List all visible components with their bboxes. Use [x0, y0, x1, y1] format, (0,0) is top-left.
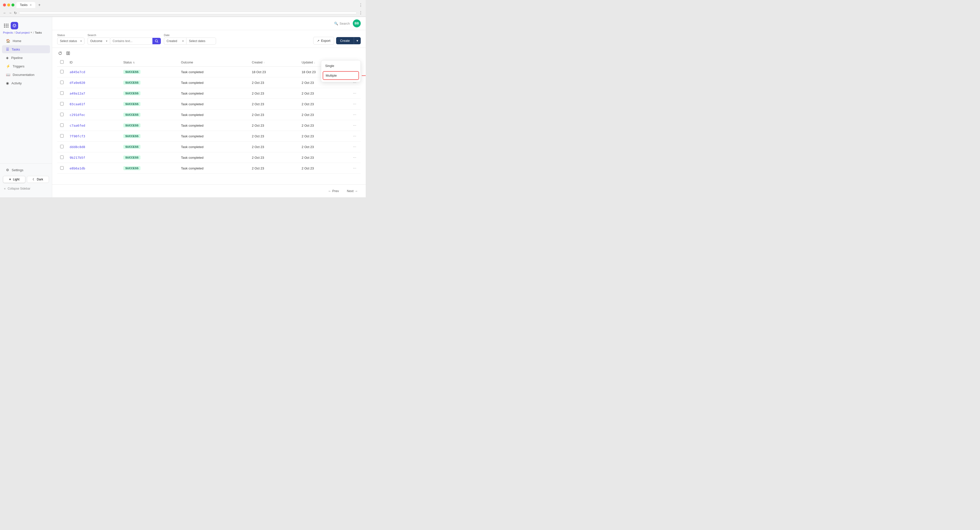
browser-menu-button[interactable]: ⋮ — [359, 3, 363, 8]
row-checkbox-6[interactable] — [60, 134, 64, 137]
browser-tab[interactable]: Tasks ✕ — [16, 2, 35, 8]
task-id-link-9[interactable]: e8b6a1db — [70, 166, 85, 170]
row-outcome-6: Task completed — [178, 131, 249, 142]
row-checkbox-2[interactable] — [60, 91, 64, 95]
dark-theme-button[interactable]: ☾ Dark — [27, 176, 49, 183]
collapse-sidebar-button[interactable]: « Collapse Sidebar — [0, 185, 52, 192]
status-select[interactable]: Select status ▾ — [57, 38, 84, 45]
status-badge-7: SUCCESS — [123, 145, 140, 149]
light-theme-button[interactable]: ☀ Light — [3, 176, 25, 183]
logo-icon — [11, 22, 18, 29]
row-more-button-4[interactable]: ··· — [352, 112, 358, 117]
date-range-select[interactable]: Select dates — [186, 38, 216, 45]
create-button[interactable]: Create — [336, 37, 354, 44]
row-more-button-5[interactable]: ··· — [352, 123, 358, 128]
dropdown-item-single[interactable]: Single — [321, 61, 361, 70]
close-btn[interactable] — [3, 3, 6, 6]
row-checkbox-8[interactable] — [60, 155, 64, 159]
reload-button[interactable]: ↻ — [14, 11, 17, 15]
row-checkbox-9[interactable] — [60, 166, 64, 170]
search-button[interactable]: 🔍 Search — [334, 22, 350, 26]
task-id-link-5[interactable]: c7aa6fed — [70, 124, 85, 128]
row-checkbox-5[interactable] — [60, 123, 64, 127]
row-status-3: SUCCESS — [120, 99, 178, 110]
export-button[interactable]: ↗ Export — [313, 37, 334, 45]
date-type-select[interactable]: Created ▾ — [164, 38, 186, 45]
sort-icon: ⇅ — [133, 61, 135, 64]
refresh-icon — [58, 51, 62, 55]
create-dropdown-button[interactable]: ▾ — [354, 37, 361, 44]
search-submit-button[interactable] — [153, 38, 161, 44]
row-checkbox-4[interactable] — [60, 113, 64, 116]
breadcrumb-project[interactable]: Dud project — [16, 31, 30, 34]
status-badge-1: SUCCESS — [123, 81, 140, 85]
table-toolbar — [57, 48, 361, 58]
task-id-link-0[interactable]: a845e7cd — [70, 70, 85, 74]
search-input[interactable] — [110, 38, 153, 45]
row-more-button-8[interactable]: ··· — [352, 155, 358, 160]
task-id-link-3[interactable]: 03caa61f — [70, 102, 85, 106]
browser-options-button[interactable]: ⋮ — [359, 10, 363, 15]
row-outcome-5: Task completed — [178, 120, 249, 131]
triggers-icon: ⚡ — [6, 64, 10, 68]
sidebar-item-tasks[interactable]: ☰ Tasks — [2, 45, 50, 53]
sidebar-item-label: Pipeline — [11, 56, 22, 60]
breadcrumb-projects[interactable]: Projects — [3, 31, 13, 34]
col-created[interactable]: Created↑ — [249, 58, 299, 67]
task-id-link-8[interactable]: 9b217b5f — [70, 156, 85, 160]
row-updated-8: 2 Oct 23 — [299, 152, 348, 163]
row-outcome-0: Task completed — [178, 67, 249, 77]
col-status[interactable]: Status⇅ — [120, 58, 178, 67]
columns-icon — [66, 51, 70, 55]
row-outcome-7: Task completed — [178, 142, 249, 152]
row-checkbox-3[interactable] — [60, 102, 64, 105]
task-id-link-7[interactable]: ddd8c8d8 — [70, 145, 85, 149]
sidebar-item-label: Tasks — [12, 48, 20, 51]
row-checkbox-7[interactable] — [60, 145, 64, 148]
task-id-link-4[interactable]: c291dfec — [70, 113, 85, 117]
back-button[interactable]: ← — [3, 11, 6, 15]
url-bar[interactable] — [19, 12, 357, 14]
maximize-btn[interactable] — [11, 3, 14, 6]
row-more-button-2[interactable]: ··· — [352, 91, 358, 96]
svg-rect-6 — [67, 52, 68, 55]
sidebar-item-label: Activity — [11, 81, 22, 85]
sidebar-item-documentation[interactable]: 📖 Documentation — [2, 71, 50, 79]
minimize-btn[interactable] — [7, 3, 10, 6]
select-all-checkbox[interactable] — [60, 60, 64, 64]
sidebar-item-triggers[interactable]: ⚡ Triggers — [2, 62, 50, 70]
row-more-button-9[interactable]: ··· — [352, 166, 358, 171]
row-more-button-6[interactable]: ··· — [352, 133, 358, 139]
create-dropdown-menu: Single Multiple — [321, 60, 361, 82]
row-id-6: 7f90fcf3 — [67, 131, 120, 142]
dropdown-item-multiple[interactable]: Multiple — [323, 71, 359, 80]
search-type-select[interactable]: Outcome ▾ — [88, 38, 110, 45]
columns-button[interactable] — [65, 50, 71, 56]
activity-icon: ◉ — [6, 81, 9, 85]
refresh-button[interactable] — [57, 50, 63, 56]
task-id-link-1[interactable]: dfa9e020 — [70, 81, 85, 85]
row-outcome-2: Task completed — [178, 88, 249, 99]
next-button[interactable]: Next → — [344, 188, 361, 194]
sidebar-item-settings[interactable]: ⚙ Settings — [2, 166, 50, 174]
sidebar-item-pipeline[interactable]: ◈ Pipeline — [2, 54, 50, 62]
task-id-link-2[interactable]: a49a12a7 — [70, 91, 85, 95]
apps-grid-icon[interactable] — [4, 24, 9, 28]
tab-close-icon[interactable]: ✕ — [30, 3, 32, 7]
row-status-6: SUCCESS — [120, 131, 178, 142]
sidebar-item-activity[interactable]: ◉ Activity — [2, 79, 50, 87]
row-more-button-7[interactable]: ··· — [352, 144, 358, 150]
status-badge-3: SUCCESS — [123, 102, 140, 106]
prev-button[interactable]: ← Prev — [325, 188, 342, 194]
forward-button[interactable]: → — [8, 11, 12, 15]
sidebar-item-home[interactable]: 🏠 Home — [2, 37, 50, 45]
new-tab-button[interactable]: + — [36, 2, 43, 8]
row-more-button-3[interactable]: ··· — [352, 101, 358, 107]
row-checkbox-0[interactable] — [60, 70, 64, 73]
topbar: 🔍 Search BB — [52, 17, 366, 30]
export-icon: ↗ — [317, 39, 320, 43]
table-row: 7f90fcf3 SUCCESS Task completed 2 Oct 23… — [57, 131, 361, 142]
row-checkbox-1[interactable] — [60, 81, 64, 84]
row-updated-9: 2 Oct 23 — [299, 163, 348, 174]
task-id-link-6[interactable]: 7f90fcf3 — [70, 134, 85, 138]
